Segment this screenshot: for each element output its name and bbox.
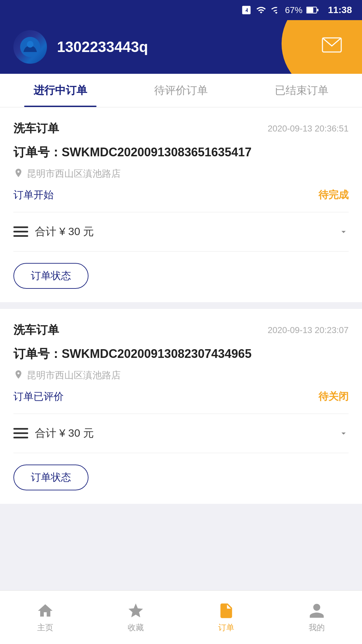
divider-2b [13,453,349,453]
bottom-navigation: 主页 收藏 订单 我的 [0,590,362,644]
order-2-location: 昆明市西山区滇池路店 [13,369,349,382]
nav-profile-label: 我的 [309,622,325,633]
order-2-total: 合计 ¥ 30 元 [35,426,332,441]
person-icon [307,602,326,620]
order-2-time: 2020-09-13 20:23:07 [268,325,349,335]
svg-rect-11 [13,437,28,438]
nav-orders[interactable]: 订单 [181,591,272,644]
order-1-status-row: 订单开始 待完成 [13,188,349,202]
mail-button[interactable] [322,37,342,57]
order-2-id: 订单号：SWKMDC20200913082307434965 [13,346,349,362]
location-icon-1 [13,168,23,180]
home-icon [36,602,55,620]
order-1-header: 洗车订单 2020-09-13 20:36:51 [13,121,349,136]
svg-rect-7 [13,231,28,232]
signal-icon [271,5,281,15]
order-1-status-btn[interactable]: 订单状态 [13,263,88,289]
divider-1b [13,251,349,252]
svg-rect-10 [13,432,28,434]
chevron-icon-2 [339,427,349,439]
svg-rect-9 [13,428,28,430]
order-2-actions: 订单状态 [13,461,349,490]
nav-home[interactable]: 主页 [0,591,90,644]
svg-rect-6 [13,226,28,228]
order-tabs: 进行中订单 待评价订单 已结束订单 [0,74,362,107]
list-icon-2 [13,427,28,439]
order-1-status-right: 待完成 [318,188,349,202]
order-1-status-left: 订单开始 [13,188,54,202]
nav-orders-label: 订单 [218,622,234,633]
nfc-icon [241,5,251,15]
svg-rect-2 [317,9,319,11]
avatar [13,30,47,64]
wifi-icon [255,5,267,15]
tab-ended-orders[interactable]: 已结束订单 [241,74,362,107]
order-2-header: 洗车订单 2020-09-13 20:23:07 [13,322,349,338]
status-bar: 67% 11:38 [0,0,362,20]
star-icon [126,602,145,620]
bottom-spacer [0,511,362,571]
time-display: 11:38 [328,5,352,15]
svg-point-4 [27,41,34,48]
order-2-type: 洗车订单 [13,322,59,338]
list-icon-1 [13,226,28,238]
orders-icon [217,602,236,620]
order-1-location: 昆明市西山区滇池路店 [13,167,349,180]
order-2-status-right: 待关闭 [318,390,349,404]
status-icons: 67% 11:38 [241,5,352,15]
tab-active-orders[interactable]: 进行中订单 [0,74,121,107]
tab-pending-orders[interactable]: 待评价订单 [121,74,241,107]
order-1-total-row[interactable]: 合计 ¥ 30 元 [13,219,349,245]
order-1-actions: 订单状态 [13,260,349,289]
header: 1302233443q [0,20,362,74]
nav-profile[interactable]: 我的 [272,591,362,644]
order-1-id: 订单号：SWKMDC20200913083651635417 [13,144,349,161]
order-1-time: 2020-09-13 20:36:51 [268,123,349,134]
order-1-total: 合计 ¥ 30 元 [35,224,332,239]
battery-text: 67% [285,5,302,15]
divider-2a [13,414,349,414]
battery-icon [306,6,318,14]
order-2-total-row[interactable]: 合计 ¥ 30 元 [13,421,349,446]
location-icon-2 [13,369,23,381]
nav-favorites-label: 收藏 [128,622,144,633]
nav-favorites[interactable]: 收藏 [90,591,181,644]
order-card-1: 洗车订单 2020-09-13 20:36:51 订单号：SWKMDC20200… [0,107,362,302]
divider-1a [13,212,349,212]
svg-rect-8 [13,235,28,237]
nav-home-label: 主页 [37,622,53,633]
orders-content: 洗车订单 2020-09-13 20:36:51 订单号：SWKMDC20200… [0,107,362,571]
username: 1302233443q [57,39,322,55]
order-1-type: 洗车订单 [13,121,59,136]
order-2-status-left: 订单已评价 [13,390,64,404]
order-card-2: 洗车订单 2020-09-13 20:23:07 订单号：SWKMDC20200… [0,309,362,504]
chevron-icon-1 [339,226,349,238]
svg-rect-1 [307,7,313,12]
order-2-status-row: 订单已评价 待关闭 [13,390,349,404]
order-2-status-btn[interactable]: 订单状态 [13,465,88,490]
